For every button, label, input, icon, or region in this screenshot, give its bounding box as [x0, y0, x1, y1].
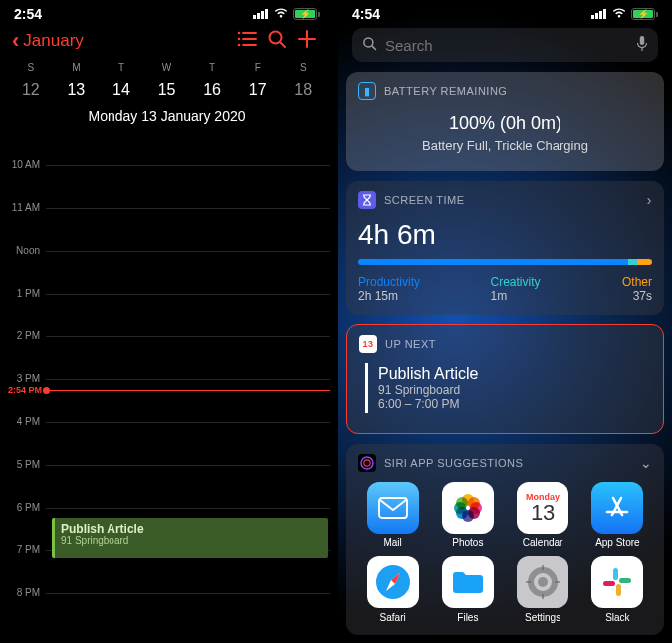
app-mail[interactable]: Mail: [358, 482, 427, 548]
hour-label: 6 PM: [0, 502, 46, 513]
svg-line-11: [372, 46, 375, 49]
widget-title: BATTERY REMAINING: [384, 85, 507, 97]
battery-icon: ⚡: [631, 8, 658, 20]
battery-widget-icon: ▮: [358, 82, 376, 100]
search-icon[interactable]: [262, 29, 292, 54]
appstore-icon: [591, 482, 643, 534]
screentime-widget[interactable]: SCREEN TIME › 4h 6m Productivity 2h 15m …: [346, 181, 664, 315]
app-slack[interactable]: Slack: [583, 556, 652, 623]
hour-label: 3 PM: [0, 373, 46, 384]
event-location: 91 Springboard: [378, 383, 645, 397]
event-title: Publish Article: [61, 522, 322, 536]
screentime-bar: [358, 259, 652, 265]
calendar-icon: 13: [359, 335, 377, 353]
back-button[interactable]: ‹ January: [12, 28, 84, 54]
svg-point-24: [456, 497, 468, 509]
signal-icon: [253, 9, 268, 19]
app-photos[interactable]: Photos: [433, 482, 502, 548]
app-files[interactable]: Files: [433, 556, 502, 623]
hour-label: 8 PM: [0, 587, 46, 598]
battery-widget[interactable]: ▮ BATTERY REMAINING 100% (0h 0m) Battery…: [346, 72, 664, 171]
event-title: Publish Article: [378, 365, 645, 383]
app-settings[interactable]: Settings: [509, 556, 577, 623]
safari-icon: [367, 556, 419, 608]
category-name: Creativity: [491, 275, 623, 289]
chevron-down-icon[interactable]: ⌄: [640, 455, 653, 471]
date-cell[interactable]: 14: [99, 75, 144, 105]
svg-line-7: [281, 42, 286, 47]
photos-icon: [442, 482, 494, 534]
hour-label: 5 PM: [0, 459, 46, 470]
svg-point-4: [238, 43, 241, 46]
app-label: Safari: [380, 612, 406, 623]
status-bar: 2:54 ⚡: [0, 0, 334, 24]
hour-row: 4 PM: [0, 422, 334, 465]
mic-icon[interactable]: [636, 36, 648, 55]
app-grid: Mail Photos Monday 13 Calendar: [358, 478, 652, 623]
date-cell[interactable]: 16: [189, 75, 235, 105]
date-cell[interactable]: 15: [144, 75, 190, 105]
svg-rect-41: [616, 584, 621, 596]
svg-point-14: [361, 457, 373, 469]
app-label: Mail: [383, 537, 401, 548]
hour-label: 4 PM: [0, 416, 46, 427]
category-name: Productivity: [358, 275, 491, 289]
svg-rect-42: [603, 581, 615, 586]
slack-icon: [591, 556, 643, 608]
date-cell[interactable]: 12: [8, 75, 54, 105]
status-time: 4:54: [352, 6, 380, 22]
search-input[interactable]: [385, 37, 628, 54]
event-time: 6:00 – 7:00 PM: [378, 397, 645, 411]
svg-point-34: [538, 577, 548, 587]
search-bar[interactable]: [352, 28, 658, 62]
hour-label: 10 AM: [0, 159, 46, 170]
date-cell[interactable]: 17: [235, 75, 281, 105]
siri-icon: [358, 454, 376, 472]
now-label: 2:54 PM: [0, 385, 46, 395]
upnext-event[interactable]: Publish Article 91 Springboard 6:00 – 7:…: [365, 363, 645, 413]
phone-calendar: 2:54 ⚡ ‹ January S M T W: [0, 0, 334, 643]
app-label: Settings: [525, 612, 560, 623]
calendar-event[interactable]: Publish Article 91 Springboard: [52, 518, 328, 558]
widget-header: 13 UP NEXT: [359, 335, 651, 353]
search-icon: [362, 36, 377, 54]
hourglass-icon: [358, 191, 376, 209]
hour-row: 9 AM: [0, 132, 334, 165]
wifi-icon: [611, 6, 627, 22]
category-name: Other: [622, 275, 652, 289]
weekday: M: [54, 60, 100, 75]
weekday: S: [280, 60, 326, 75]
add-icon[interactable]: [292, 29, 322, 54]
app-appstore[interactable]: App Store: [583, 482, 652, 548]
current-time-indicator: 2:54 PM: [0, 385, 330, 395]
back-label: January: [23, 31, 83, 51]
app-safari[interactable]: Safari: [358, 556, 427, 623]
now-dot-icon: [43, 387, 50, 394]
svg-rect-40: [619, 578, 631, 583]
svg-point-15: [364, 460, 370, 466]
widget-header: SIRI APP SUGGESTIONS ⌄: [358, 454, 652, 472]
widget-title: SCREEN TIME: [384, 194, 464, 206]
date-row: 12 13 14 15 16 17 18: [8, 75, 326, 105]
chevron-left-icon: ‹: [12, 28, 19, 54]
widget-title: SIRI APP SUGGESTIONS: [384, 457, 523, 469]
svg-rect-16: [379, 498, 407, 518]
date-cell[interactable]: 18: [280, 75, 326, 105]
screentime-total: 4h 6m: [358, 215, 652, 259]
hour-row: Noon: [0, 251, 334, 294]
svg-point-2: [238, 37, 241, 40]
list-view-icon[interactable]: [232, 30, 262, 53]
day-timeline[interactable]: 9 AM10 AM11 AMNoon1 PM2 PM3 PM4 PM5 PM6 …: [0, 132, 334, 610]
hour-label: Noon: [0, 245, 46, 256]
week-header: S M T W T F S 12 13 14 15 16 17 18 Monda…: [0, 60, 334, 132]
date-cell-selected[interactable]: 13: [54, 75, 100, 105]
app-calendar[interactable]: Monday 13 Calendar: [509, 482, 577, 548]
svg-point-10: [364, 38, 373, 47]
hour-row: 11 AM: [0, 208, 334, 251]
hour-row: 5 PM: [0, 465, 334, 508]
weekday: T: [189, 60, 235, 75]
upnext-widget[interactable]: 13 UP NEXT Publish Article 91 Springboar…: [346, 324, 664, 434]
hour-label: 2 PM: [0, 330, 46, 341]
siri-suggestions-widget[interactable]: SIRI APP SUGGESTIONS ⌄ Mail Photos: [346, 444, 664, 635]
chevron-right-icon[interactable]: ›: [647, 192, 652, 208]
